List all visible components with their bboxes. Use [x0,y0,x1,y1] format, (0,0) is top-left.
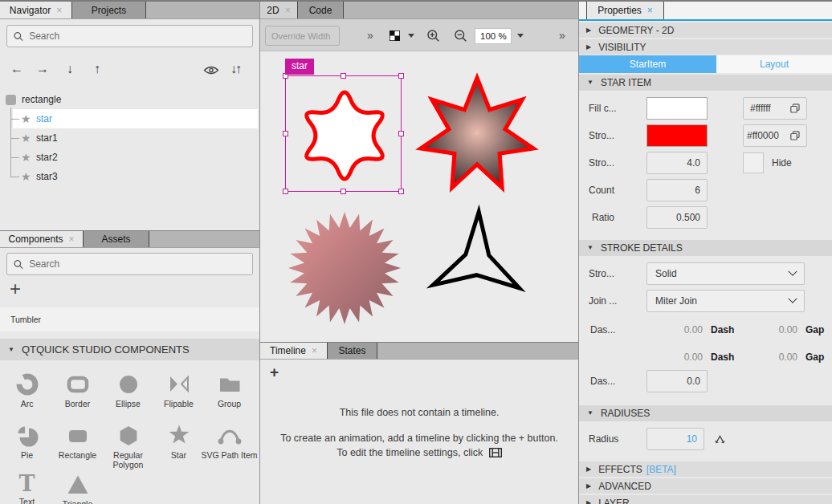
zoom-out-icon[interactable] [455,30,467,43]
add-module-button[interactable]: + [10,278,21,300]
star-icon: ★ [21,171,31,182]
tree-item-star3[interactable]: ★ star3 [0,167,258,186]
component-triangle[interactable]: Triangle [52,465,103,504]
timeline-settings-icon[interactable] [489,448,502,457]
hide-checkbox[interactable] [743,152,764,173]
add-timeline-button[interactable]: + [270,364,279,381]
zoom-in-icon[interactable] [427,30,440,43]
tab-projects[interactable]: Projects [72,2,146,18]
component-group[interactable]: Group [204,365,255,417]
star-icon: ★ [21,152,31,163]
resize-handle-e[interactable] [398,131,404,136]
search-input[interactable] [29,258,246,270]
tab-components[interactable]: Components × [0,231,84,247]
tree-item-star1[interactable]: ★ star1 [0,128,258,148]
tab-code[interactable]: Code [298,2,344,18]
stroke-width-field[interactable]: 4.0 [646,152,708,174]
component-ellipse[interactable]: Ellipse [103,365,153,417]
resize-handle-w[interactable] [283,131,288,136]
selection-rect[interactable] [285,75,402,192]
copy-icon[interactable] [790,131,800,140]
tab-assets[interactable]: Assets [84,231,149,247]
canvas-star1[interactable] [413,71,541,200]
component-star[interactable]: Star [153,417,204,465]
component-regular-polygon[interactable]: Regular Polygon [103,417,153,465]
section-radiuses[interactable]: ▼ RADIUSES [579,405,832,421]
section-layer[interactable]: ▶ LAYER [579,495,832,504]
fill-hex-field[interactable]: #ffffff [743,97,807,120]
component-svg-path-item[interactable]: SVG Path Item [204,417,255,465]
resize-handle-se[interactable] [398,189,404,194]
dash-value[interactable]: 0.00 [663,352,703,363]
tab-timeline-label: Timeline [270,345,306,356]
move-down-icon[interactable]: ↓ [67,63,73,75]
override-width-input[interactable] [265,26,340,46]
close-icon[interactable]: × [312,346,317,356]
tab-layout[interactable]: Layout [716,55,832,73]
background-color-icon[interactable] [389,30,400,41]
section-effects[interactable]: ▶ EFFECTS [BETA] [579,461,832,477]
resize-handle-ne[interactable] [398,73,404,79]
move-forward-icon[interactable]: → [36,63,49,75]
move-up-icon[interactable]: ↑ [94,63,100,75]
close-icon[interactable]: × [56,6,62,15]
section-geometry-2d[interactable]: ▶ GEOMETRY - 2D [579,22,832,38]
dash-value[interactable]: 0.00 [663,324,703,335]
search-input[interactable] [29,30,246,42]
reverse-order-icon[interactable]: ↓↑ [230,63,240,75]
section-advanced[interactable]: ▶ ADVANCED [579,478,832,494]
dropdown-arrow-icon[interactable] [517,34,524,38]
section-star-item[interactable]: ▼ STAR ITEM [579,75,832,91]
component-arc[interactable]: Arc [2,365,52,417]
fill-color-swatch[interactable] [646,97,708,120]
tab-2d[interactable]: 2D × [260,2,298,18]
tab-properties-label: Properties [597,5,642,16]
visibility-eye-icon[interactable] [203,65,219,75]
per-corner-radius-icon[interactable] [714,433,726,445]
dash-offset-field[interactable]: 0.0 [646,370,708,392]
component-flipable[interactable]: Flipable [153,365,204,417]
component-row-tumbler[interactable]: Tumbler [0,307,259,331]
tree-item-rectangle[interactable]: rectangle [0,90,258,109]
more-toolbar-actions-icon[interactable]: » [367,29,373,42]
section-header-qtquick-components[interactable]: ▼ QTQUICK STUDIO COMPONENTS [0,339,259,360]
resize-handle-s[interactable] [341,189,346,194]
canvas-star3[interactable] [413,197,541,326]
close-icon[interactable]: × [69,234,75,244]
gap-value[interactable]: 0.00 [757,324,797,335]
component-border[interactable]: Border [52,365,103,417]
close-icon[interactable]: × [647,6,653,15]
radius-field[interactable]: 10 [646,428,704,450]
canvas-star2[interactable] [280,204,409,332]
stroke-style-dropdown[interactable]: Solid [646,262,805,285]
component-pie[interactable]: Pie [2,417,52,465]
tab-staritem[interactable]: StarItem [579,55,716,73]
more-toolbar-actions-icon[interactable]: » [559,29,565,42]
design-canvas[interactable]: star [260,51,578,342]
copy-icon[interactable] [790,104,800,113]
tree-item-star[interactable]: ★ star [0,109,258,128]
chevron-down-icon [788,267,797,276]
section-stroke-details[interactable]: ▼ STROKE DETAILS [579,240,832,256]
resize-handle-n[interactable] [341,73,346,79]
tab-properties[interactable]: Properties × [586,2,664,19]
gap-value[interactable]: 0.00 [757,352,797,363]
zoom-level-combobox[interactable]: 100 % [475,28,512,44]
join-style-dropdown[interactable]: Miter Join [646,290,805,312]
component-text[interactable]: T Text [2,465,52,504]
resize-handle-sw[interactable] [283,189,288,194]
tab-states[interactable]: States [328,343,377,359]
tree-item-star2[interactable]: ★ star2 [0,148,258,167]
stroke-hex-field[interactable]: #ff0000 [743,124,807,147]
close-icon[interactable]: × [285,6,291,15]
count-field[interactable]: 6 [646,179,708,201]
stroke-color-swatch[interactable] [646,124,708,147]
dropdown-arrow-icon[interactable] [408,34,414,38]
component-rectangle[interactable]: Rectangle [52,417,103,465]
tab-2d-label: 2D [267,5,279,16]
ratio-field[interactable]: 0.500 [646,206,708,229]
tab-navigator[interactable]: Navigator × [0,2,72,18]
tab-timeline[interactable]: Timeline × [260,343,328,359]
section-visibility[interactable]: ▶ VISIBILITY [579,39,832,55]
move-back-icon[interactable]: ← [10,63,23,75]
